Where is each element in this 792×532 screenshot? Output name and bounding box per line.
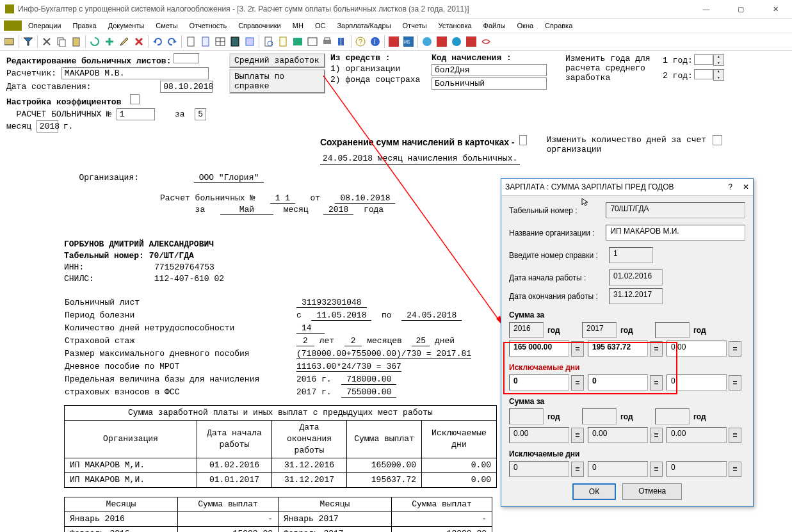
eq-button[interactable]: = [650,341,663,357]
copy-icon[interactable] [54,35,69,49]
cut-icon[interactable] [40,35,54,49]
eq-button[interactable]: = [729,428,741,443]
menu-item[interactable]: Справка [540,20,578,31]
eq-button[interactable]: = [650,462,663,477]
undo-icon[interactable] [150,35,165,49]
dlg-org[interactable]: ИП МАКАРОВ М.И. [606,225,745,241]
months-table: Месяцы Сумма выплат Месяцы Сумма выплат … [64,497,492,532]
menu-item[interactable]: Отчетность [184,20,232,31]
eq-button[interactable]: = [571,375,584,391]
svg-text:i: i [374,38,375,45]
dialog-help-button[interactable]: ? [728,182,732,191]
excl-2017-input[interactable]: 0 [588,375,648,391]
calculator-field[interactable]: МАКАРОВ М.В. [61,67,209,79]
coef-indicator[interactable] [130,94,140,104]
edit-icon[interactable] [117,35,131,49]
columns-icon[interactable] [335,35,349,49]
ok-button[interactable]: ОК [572,483,616,500]
eq-button[interactable]: = [571,341,584,357]
table-row: Январь 2016-Январь 2017- [65,512,492,527]
funnel-icon[interactable] [21,35,35,49]
eq-button[interactable]: = [729,375,741,391]
eq-button[interactable]: = [729,462,741,477]
menu-item[interactable]: Сметы [150,20,182,31]
doc1-icon[interactable] [184,35,198,49]
menu-item[interactable]: ОС [310,20,331,31]
table-row: ИП МАКАРОВ М,И.01.02.201631.12.201616500… [65,458,497,473]
ext6-icon[interactable] [464,35,478,49]
menu-item[interactable]: Окна [512,20,539,31]
cancel-button[interactable]: Отмена [622,483,682,500]
code-fss-field[interactable]: Больничный [432,77,547,90]
save-flag[interactable] [519,135,527,145]
add-icon[interactable] [102,35,117,49]
excl-2016-input[interactable]: 0 [509,375,569,391]
ext4-icon[interactable] [435,35,449,49]
year2-spinner[interactable]: ▲▼ [713,69,724,81]
ext7-icon[interactable] [479,35,493,49]
eq-button[interactable]: = [571,428,584,443]
year2-field[interactable] [694,69,713,79]
menu-item[interactable]: МН [287,20,309,31]
refresh-icon[interactable] [88,35,102,49]
redo-icon[interactable] [165,35,179,49]
menu-item[interactable]: Файлы [478,20,511,31]
ext5-icon[interactable] [449,35,464,49]
calc-icon[interactable] [228,35,242,49]
menu-item[interactable]: Зарплата/Кадры [332,20,396,31]
dialog-close-button[interactable]: ✕ [743,182,749,191]
eq-button[interactable]: = [571,462,584,477]
menu-item[interactable]: Документы [103,20,150,31]
sum-2017-input[interactable]: 195 637.72 [588,341,648,357]
eq-button[interactable]: = [729,341,741,357]
paste-icon[interactable] [69,35,83,49]
calculator-label: Расчетчик: [6,69,56,78]
menu-item[interactable]: Операции [23,20,66,31]
days-org-field[interactable] [713,135,722,145]
year-field[interactable]: 2018 [36,120,58,133]
edit-blank-field[interactable] [174,53,199,63]
tree-icon[interactable] [305,35,319,49]
sum-3-input[interactable]: 0.00 [667,341,727,357]
eq-button[interactable]: = [650,428,663,443]
year1-spinner[interactable]: ▲▼ [713,54,724,66]
doc2-icon[interactable] [198,35,213,49]
preview2-icon[interactable] [276,35,290,49]
ext3-icon[interactable] [420,35,434,49]
year1-field[interactable] [694,54,713,65]
eq-button[interactable]: = [650,375,663,391]
print-icon[interactable] [320,35,334,49]
payments-ref-button[interactable]: Выплаты по справке [229,69,325,93]
delete-icon[interactable] [132,35,146,49]
open-icon[interactable] [3,35,17,49]
avg-salary-button[interactable]: Средний заработок [229,53,325,68]
help-icon[interactable]: ? [353,35,368,49]
table-row: ИП МАКАРОВ М,И.01.01.201731.12.201719563… [65,473,497,488]
compose-date-field[interactable]: 08.10.2018 [160,81,213,93]
excl2-3: 0 [667,461,727,477]
code-org-field[interactable]: бол2Дня [432,64,547,76]
table-icon[interactable] [213,35,227,49]
excel-icon[interactable] [291,35,305,49]
sick-calc-no[interactable]: 1 [117,108,155,120]
doc-month-name: Май [220,205,273,215]
doc-year: 2018 [323,205,353,215]
form-icon[interactable] [243,35,257,49]
maximize-button[interactable]: ▢ [729,5,752,13]
ext1-icon[interactable] [387,35,401,49]
menu-item[interactable]: Отчеты [398,20,432,31]
menu-item[interactable]: Установка [433,20,477,31]
menu-item[interactable]: Правка [67,20,101,31]
month-no[interactable]: 5 [195,108,206,120]
sum-for-label-2: Сумма за [509,397,544,406]
excl-3-input[interactable]: 0 [667,375,727,391]
preview1-icon[interactable] [261,35,275,49]
minimize-button[interactable]: — [695,5,718,13]
ext2-icon[interactable]: ИБ [401,35,416,49]
menu-item[interactable]: Справочники [233,20,286,31]
close-button[interactable]: ✕ [764,5,787,13]
sum-2016-input[interactable]: 165 000.00 [509,341,569,357]
coef-link[interactable]: Настройка коэффициентов [6,97,121,107]
dialog-title: ЗАРПЛАТА : СУММА ЗАРПЛАТЫ ПРЕД ГОДОВ [505,182,674,191]
info-icon[interactable]: i [368,35,382,49]
